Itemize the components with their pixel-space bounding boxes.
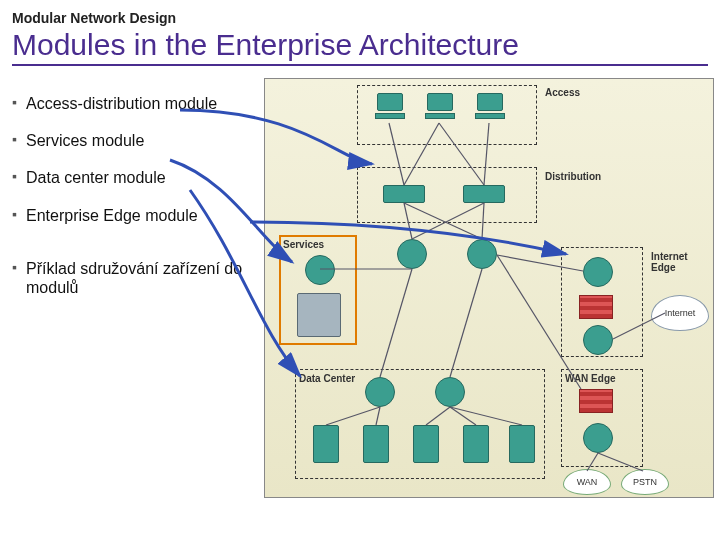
cloud-pstn: PSTN <box>621 469 669 495</box>
switch-icon <box>463 185 505 203</box>
pc-icon <box>375 93 405 119</box>
bullet-access-distribution: Access-distribution module <box>26 94 258 113</box>
label-distribution: Distribution <box>545 171 601 182</box>
label-internet-edge: Internet Edge <box>651 251 713 273</box>
router-icon <box>467 239 497 269</box>
label-wan-edge: WAN Edge <box>565 373 616 384</box>
server-icon <box>413 425 439 463</box>
svg-line-10 <box>380 269 412 377</box>
bullet-data-center: Data center module <box>26 168 258 187</box>
router-icon <box>397 239 427 269</box>
pc-icon <box>475 93 505 119</box>
slide-kicker: Modular Network Design <box>12 10 708 26</box>
router-icon <box>583 257 613 287</box>
network-diagram: Access Distribution Services Internet Ed… <box>264 78 714 498</box>
pc-icon <box>425 93 455 119</box>
svg-line-11 <box>450 269 482 377</box>
bullet-enterprise-edge: Enterprise Edge module <box>26 206 258 225</box>
firewall-icon <box>579 295 613 319</box>
router-icon <box>583 423 613 453</box>
label-data-center: Data Center <box>299 373 355 384</box>
router-icon <box>583 325 613 355</box>
bullet-priklad: Příklad sdružování zařízení do modulů <box>26 259 258 297</box>
server-icon <box>363 425 389 463</box>
server-icon <box>313 425 339 463</box>
bullet-list: Access-distribution module Services modu… <box>4 78 264 498</box>
slide-title: Modules in the Enterprise Architecture <box>12 28 708 66</box>
cloud-internet: Internet <box>651 295 709 331</box>
label-services: Services <box>283 239 324 250</box>
bullet-services: Services module <box>26 131 258 150</box>
router-icon <box>435 377 465 407</box>
server-icon <box>463 425 489 463</box>
router-icon <box>365 377 395 407</box>
server-icon <box>509 425 535 463</box>
router-icon <box>305 255 335 285</box>
label-access: Access <box>545 87 580 98</box>
cloud-wan: WAN <box>563 469 611 495</box>
chassis-icon <box>297 293 341 337</box>
firewall-icon <box>579 389 613 413</box>
switch-icon <box>383 185 425 203</box>
